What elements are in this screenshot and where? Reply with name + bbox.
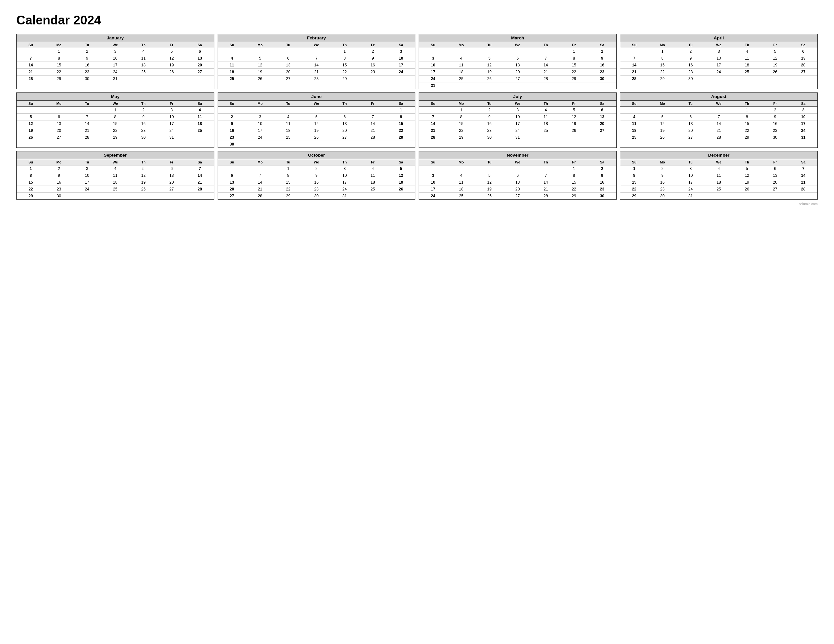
calendar-day: 1 [101, 107, 130, 114]
calendar-day [588, 134, 616, 141]
calendar-day: 21 [246, 186, 274, 193]
calendar-day: 28 [620, 76, 649, 82]
calendar-day: 14 [789, 172, 818, 179]
calendar-day: 18 [733, 62, 761, 69]
month-block-may: MaySuMoTuWeThFrSa12345678910111213141516… [16, 92, 214, 148]
calendar-day: 20 [331, 127, 359, 134]
day-header-su: Su [218, 42, 246, 48]
calendar-day: 18 [705, 179, 733, 186]
day-header-su: Su [620, 42, 649, 48]
calendar-day [331, 107, 359, 114]
month-block-january: JanuarySuMoTuWeThFrSa1234567891011121314… [16, 34, 214, 89]
day-header-tu: Tu [677, 42, 705, 48]
day-header-th: Th [532, 101, 560, 107]
month-title-february: February [218, 34, 415, 42]
calendar-day: 8 [101, 114, 130, 121]
calendar-day: 16 [359, 62, 387, 69]
calendar-day: 22 [17, 186, 45, 193]
calendar-day: 23 [588, 186, 616, 193]
day-header-fr: Fr [560, 101, 588, 107]
calendar-day: 31 [419, 82, 447, 89]
calendar-day: 6 [158, 165, 186, 172]
calendar-day: 20 [218, 186, 246, 193]
calendar-day: 22 [101, 127, 130, 134]
calendar-day: 11 [359, 172, 387, 179]
calendar-day: 2 [302, 165, 331, 172]
day-header-fr: Fr [560, 159, 588, 165]
calendar-day: 7 [789, 165, 818, 172]
calendar-day: 24 [789, 127, 818, 134]
calendar-day: 13 [218, 179, 246, 186]
calendar-day: 31 [158, 134, 186, 141]
calendar-day: 19 [475, 186, 504, 193]
day-header-tu: Tu [73, 42, 101, 48]
calendar-day: 14 [73, 121, 101, 127]
calendar-day: 28 [246, 193, 274, 200]
calendar-day: 21 [705, 127, 733, 134]
calendar-day [274, 48, 303, 55]
calendar-day: 1 [45, 48, 73, 55]
calendar-day: 3 [504, 107, 532, 114]
day-header-mo: Mo [447, 42, 476, 48]
calendar-day: 7 [532, 172, 560, 179]
calendar-day: 24 [246, 134, 274, 141]
day-header-we: We [101, 159, 130, 165]
calendar-day: 30 [588, 193, 616, 200]
calendar-day: 30 [73, 76, 101, 82]
calendar-day: 20 [45, 127, 73, 134]
calendar-day: 31 [677, 193, 705, 200]
month-block-july: JulySuMoTuWeThFrSa1234567891011121314151… [419, 92, 617, 148]
calendar-day [302, 48, 331, 55]
calendar-day: 17 [504, 121, 532, 127]
calendar-day: 6 [588, 107, 616, 114]
calendar-day: 13 [588, 114, 616, 121]
calendar-day: 25 [186, 127, 214, 134]
calendar-day: 5 [302, 114, 331, 121]
day-header-th: Th [129, 159, 158, 165]
calendar-day: 25 [620, 134, 649, 141]
calendar-day: 3 [73, 165, 101, 172]
day-header-sa: Sa [789, 101, 818, 107]
calendar-day: 20 [504, 69, 532, 76]
day-header-sa: Sa [387, 159, 415, 165]
calendar-day: 22 [560, 69, 588, 76]
calendar-day: 25 [447, 76, 476, 82]
calendar-day [761, 193, 789, 200]
calendar-day: 9 [359, 55, 387, 62]
calendar-day [532, 48, 560, 55]
month-title-april: April [620, 34, 818, 42]
calendar-day: 2 [588, 48, 616, 55]
calendar-day [504, 48, 532, 55]
calendar-day [302, 107, 331, 114]
calendar-day: 3 [331, 165, 359, 172]
calendar-day: 16 [73, 62, 101, 69]
month-title-may: May [17, 93, 214, 101]
calendar-day: 12 [733, 172, 761, 179]
calendar-day: 26 [387, 186, 415, 193]
calendar-day: 9 [302, 172, 331, 179]
calendar-day [186, 134, 214, 141]
calendar-day: 20 [588, 121, 616, 127]
calendar-day: 14 [246, 179, 274, 186]
day-header-we: We [504, 42, 532, 48]
day-header-mo: Mo [45, 42, 73, 48]
calendar-day [73, 193, 101, 200]
calendar-day: 9 [677, 55, 705, 62]
calendar-day: 10 [677, 172, 705, 179]
calendar-day: 4 [101, 165, 130, 172]
calendar-day [532, 165, 560, 172]
calendar-day: 29 [560, 76, 588, 82]
calendar-day: 26 [733, 186, 761, 193]
calendar-day [419, 165, 447, 172]
day-header-sa: Sa [789, 159, 818, 165]
calendar-day: 16 [475, 121, 504, 127]
month-block-february: FebruarySuMoTuWeThFrSa123456789101112131… [218, 34, 416, 89]
calendar-day: 29 [620, 193, 649, 200]
calendar-day: 11 [447, 62, 476, 69]
calendar-day [17, 107, 45, 114]
calendar-day: 30 [677, 76, 705, 82]
calendar-day: 14 [359, 121, 387, 127]
calendar-day [419, 48, 447, 55]
calendar-day: 28 [532, 193, 560, 200]
calendar-day: 5 [733, 165, 761, 172]
